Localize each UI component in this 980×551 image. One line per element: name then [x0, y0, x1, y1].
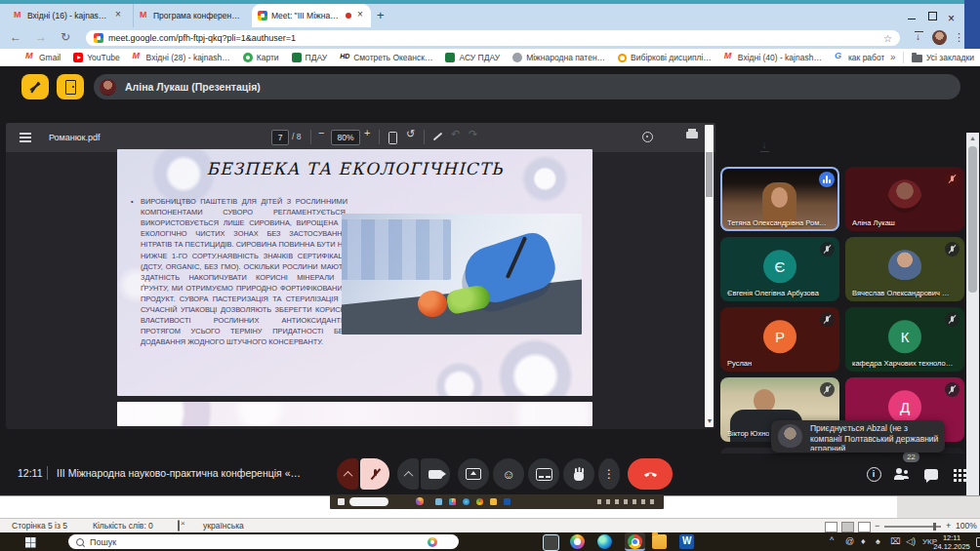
undo-icon[interactable]: ↶	[451, 128, 460, 140]
notification-center-icon[interactable]	[976, 537, 980, 547]
tray-onedrive-icon[interactable]: ♠	[876, 536, 880, 546]
word-icon[interactable]	[679, 534, 694, 549]
tray-chevron-icon[interactable]: ^	[830, 535, 834, 545]
participant-tile-kafedra[interactable]: К кафедра Харчових технологій	[845, 307, 964, 372]
scroll-down-arrow-icon[interactable]: ▼	[707, 417, 714, 424]
zoom-out-icon[interactable]: −	[875, 521, 879, 531]
bookmark-inbox-28[interactable]: Вхідні (28) - kajnash…	[133, 53, 230, 62]
camera-button[interactable]	[421, 458, 450, 490]
page-number-input[interactable]: 7	[271, 130, 289, 145]
task-view-icon[interactable]	[543, 534, 559, 551]
zoom-out-icon[interactable]: −	[318, 127, 324, 138]
captions-button[interactable]	[528, 458, 559, 490]
reactions-button[interactable]: ☺	[493, 458, 524, 490]
address-bar[interactable]: meet.google.com/pfh-ftpj-qkq?pli=1&authu…	[86, 30, 900, 46]
window-maximize-button[interactable]	[928, 12, 937, 22]
meeting-details-button[interactable]: i	[862, 462, 885, 486]
chat-button[interactable]	[919, 462, 943, 486]
menu-icon[interactable]	[20, 137, 31, 138]
participant-tile-lukash[interactable]: Аліна Лукаш	[845, 167, 964, 231]
taskbar-clock[interactable]: 12:11 24.12.2025	[929, 533, 974, 551]
new-tab-button[interactable]: +	[377, 8, 385, 22]
bookmark-star-icon[interactable]: ☆	[883, 33, 892, 44]
copilot-spark-icon[interactable]	[428, 537, 437, 547]
tray-network-icon[interactable]: ⌧	[890, 536, 900, 546]
mic-options-chevron[interactable]	[337, 458, 358, 490]
zoom-slider-thumb[interactable]	[933, 523, 936, 531]
start-button[interactable]	[25, 537, 30, 542]
proofing-icon[interactable]	[178, 520, 180, 531]
url-text[interactable]: meet.google.com/pfh-ftpj-qkq?pli=1&authu…	[108, 33, 878, 43]
page-scrollbar-thumb[interactable]	[968, 146, 977, 293]
taskbar-search[interactable]: Пошук	[68, 534, 459, 549]
camera-options-chevron[interactable]	[397, 458, 419, 490]
bookmark-youtube[interactable]: YouTube	[73, 53, 119, 62]
bookmark-gmail[interactable]: Gmail	[25, 53, 61, 62]
word-page-indicator[interactable]: Сторінка 5 із 5	[12, 521, 67, 531]
zoom-in-icon[interactable]: +	[946, 521, 951, 531]
copilot-icon[interactable]	[570, 534, 585, 549]
word-zoom-level[interactable]: 100%	[956, 521, 977, 531]
all-bookmarks-button[interactable]: Усі закладки	[912, 49, 974, 66]
raise-hand-button[interactable]	[563, 458, 594, 490]
bookmark-patent[interactable]: Міжнародна патен…	[512, 53, 605, 62]
word-language[interactable]: українська	[203, 521, 244, 531]
tab-conference-program[interactable]: Програма конференції 24.12.2	[133, 4, 248, 27]
bookmark-maps[interactable]: Карти	[243, 53, 279, 62]
read-mode-icon[interactable]	[825, 522, 837, 532]
rotate-icon[interactable]: ↺	[406, 128, 415, 140]
zoom-slider[interactable]	[884, 526, 941, 528]
word-word-count[interactable]: Кількість слів: 0	[93, 521, 153, 531]
bookmark-electives[interactable]: Вибіркові дисциплі…	[618, 53, 712, 62]
participant-tile-ruslan[interactable]: Р Руслан	[720, 307, 839, 372]
window-close-button[interactable]	[948, 12, 955, 25]
participant-tile-skry[interactable]: Вячеслав Олександрович Скри...	[845, 237, 964, 301]
bookmark-how-to-work[interactable]: как работать в ком…	[835, 53, 884, 62]
download-icon[interactable]	[759, 140, 769, 152]
zoom-in-icon[interactable]: +	[364, 127, 370, 138]
scroll-up-arrow-icon[interactable]: ▲	[969, 135, 976, 141]
bookmark-watch[interactable]: Смотреть Океанск…	[340, 53, 432, 62]
bookmark-pdau[interactable]: ПДАУ	[292, 53, 328, 62]
print-icon[interactable]	[686, 132, 698, 138]
pdf-scrollbar[interactable]: ▼	[705, 125, 714, 427]
mic-mute-button[interactable]	[360, 458, 389, 490]
close-tab-icon[interactable]	[113, 11, 123, 20]
tray-app-icon[interactable]: @	[845, 536, 854, 546]
close-tab-icon[interactable]	[355, 11, 365, 20]
reload-icon[interactable]: ↻	[61, 30, 70, 44]
more-options-button[interactable]: ⋮	[598, 458, 620, 490]
fit-page-icon[interactable]	[388, 132, 397, 144]
window-minimize-button[interactable]	[908, 12, 916, 22]
forward-icon[interactable]: →	[35, 30, 47, 44]
end-call-button[interactable]	[628, 458, 673, 490]
bookmark-inbox-40[interactable]: Вхідні (40) - kajnash…	[724, 53, 822, 62]
annotations-off-button[interactable]	[21, 74, 49, 99]
zoom-level[interactable]: 80%	[331, 130, 360, 145]
back-icon[interactable]: ←	[10, 30, 21, 44]
present-screen-button[interactable]	[458, 458, 489, 490]
apps-grid-icon[interactable]	[8, 54, 16, 61]
web-layout-icon[interactable]	[858, 522, 871, 532]
bookmark-asu-pdau[interactable]: АСУ ПДАУ	[445, 53, 500, 62]
tab-inbox-16[interactable]: Вхідні (16) - kajnash66ap@gm…	[8, 4, 129, 27]
annotate-pen-icon[interactable]	[433, 133, 443, 141]
profile-avatar[interactable]	[932, 30, 947, 45]
people-button[interactable]	[890, 462, 914, 486]
tray-volume-icon[interactable]: ◁)	[906, 536, 916, 546]
redo-icon[interactable]: ↷	[469, 128, 477, 140]
edge-icon[interactable]	[597, 534, 612, 549]
lens-icon[interactable]	[642, 132, 653, 142]
print-layout-icon[interactable]	[841, 522, 854, 532]
bookmarks-overflow-chevron[interactable]: »	[890, 52, 896, 62]
tab-meet-active[interactable]: Meet: "ІІІ Міжнародна нау	[252, 4, 371, 27]
chrome-taskbar-button[interactable]	[625, 532, 645, 551]
tray-mic-icon[interactable]: ♦	[861, 536, 866, 546]
participant-tile-romaniuk[interactable]: Тетяна Олександрівна Романюк	[720, 167, 839, 231]
file-explorer-icon[interactable]	[652, 534, 667, 549]
pdf-scrollbar-thumb[interactable]	[706, 152, 713, 197]
activities-button[interactable]	[947, 462, 970, 486]
breakout-room-button[interactable]	[57, 74, 84, 99]
page-scrollbar[interactable]: ▲	[966, 133, 979, 551]
browser-menu-icon[interactable]: ⋮	[954, 31, 964, 44]
